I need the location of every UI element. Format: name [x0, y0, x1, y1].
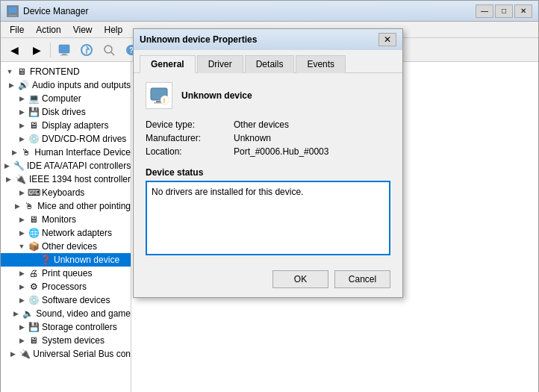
toolbar-properties[interactable] — [54, 40, 75, 60]
mice-label: Mice and other pointing — [37, 201, 131, 211]
ieee-expand: ▶ — [3, 173, 15, 185]
close-button[interactable]: ✕ — [514, 4, 532, 18]
dialog-footer: OK Cancel — [134, 264, 402, 297]
sound-icon: 🔈 — [22, 308, 34, 320]
tree-item-computer[interactable]: ▶ 💻 Computer — [1, 92, 131, 105]
hid-expand: ▶ — [8, 146, 20, 158]
dialog-close-button[interactable]: ✕ — [378, 33, 396, 46]
keyboards-label: Keyboards — [42, 187, 84, 198]
tree-item-storage[interactable]: ▶ 💾 Storage controllers — [1, 320, 131, 334]
usb-icon: 🔌 — [19, 348, 31, 360]
device-status-box[interactable]: No drivers are installed for this device… — [146, 181, 390, 255]
toolbar-update[interactable] — [76, 40, 97, 60]
ide-icon: 🔧 — [13, 160, 25, 172]
mice-icon: 🖱 — [23, 200, 35, 212]
device-status-label: Device status — [146, 167, 390, 178]
tree-item-disk[interactable]: ▶ 💾 Disk drives — [1, 105, 131, 119]
sidebar: ▼ 🖥 FRONTEND ▶ 🔊 Audio inputs and output… — [1, 62, 131, 392]
tree-item-other[interactable]: ▼ 📦 Other devices — [1, 240, 131, 253]
menu-file[interactable]: File — [4, 23, 30, 37]
hid-icon: 🖱 — [20, 146, 32, 158]
tree-item-monitors[interactable]: ▶ 🖥 Monitors — [1, 213, 131, 226]
dialog-title: Unknown device Properties — [140, 34, 378, 45]
processors-expand: ▶ — [16, 281, 28, 293]
unknown-device-icon: ❓ — [40, 254, 52, 266]
ide-label: IDE ATA/ATAPI controllers — [27, 161, 131, 171]
cancel-button[interactable]: Cancel — [334, 270, 390, 288]
keyboards-icon: ⌨ — [28, 187, 40, 199]
tab-events[interactable]: Events — [296, 55, 346, 73]
toolbar-scan[interactable] — [99, 40, 119, 60]
system-icon: 🖥 — [28, 335, 40, 346]
tab-driver[interactable]: Driver — [197, 55, 243, 73]
tree-item-processors[interactable]: ▶ ⚙ Processors — [1, 280, 131, 293]
minimize-button[interactable]: — — [476, 4, 493, 18]
svg-rect-2 — [9, 15, 16, 16]
maximize-button[interactable]: □ — [495, 4, 513, 18]
tab-general[interactable]: General — [140, 55, 196, 73]
device-type-label: Device type: — [146, 119, 228, 130]
disk-label: Disk drives — [42, 107, 86, 117]
ieee-label: IEEE 1394 host controller — [29, 174, 131, 184]
svg-rect-1 — [10, 14, 15, 16]
processors-icon: ⚙ — [28, 281, 40, 293]
tree-item-audio[interactable]: ▶ 🔊 Audio inputs and outputs — [1, 78, 131, 92]
sound-label: Sound, video and game — [36, 308, 131, 319]
svg-line-8 — [111, 52, 114, 55]
tree-item-usb[interactable]: ▶ 🔌 Universal Serial Bus con — [1, 347, 131, 361]
tree-item-dvd[interactable]: ▶ 💿 DVD/CD-ROM drives — [1, 132, 131, 146]
network-icon: 🌐 — [28, 227, 40, 239]
software-expand: ▶ — [16, 294, 28, 306]
tree-root[interactable]: ▼ 🖥 FRONTEND — [1, 65, 131, 78]
network-label: Network adapters — [42, 228, 112, 238]
app-icon — [7, 5, 19, 17]
tree-item-hid[interactable]: ▶ 🖱 Human Interface Device — [1, 146, 131, 159]
toolbar-back[interactable]: ◀ — [4, 40, 25, 60]
tree-item-mice[interactable]: ▶ 🖱 Mice and other pointing — [1, 199, 131, 213]
menu-view[interactable]: View — [67, 23, 99, 37]
display-expand: ▶ — [16, 119, 28, 131]
display-label: Display adapters — [42, 120, 108, 131]
tree-item-sound[interactable]: ▶ 🔈 Sound, video and game — [1, 307, 131, 320]
mice-expand: ▶ — [11, 200, 23, 212]
unknown-expand — [28, 254, 40, 266]
menu-help[interactable]: Help — [99, 23, 129, 37]
device-status-text: No drivers are installed for this device… — [152, 187, 303, 197]
audio-expand: ▶ — [6, 79, 18, 91]
tree-item-ieee[interactable]: ▶ 🔌 IEEE 1394 host controller — [1, 172, 131, 186]
toolbar-forward[interactable]: ▶ — [26, 40, 47, 60]
ok-button[interactable]: OK — [272, 270, 328, 288]
dialog-body: ! Unknown device Device type: Other devi… — [134, 73, 402, 264]
tree-item-display[interactable]: ▶ 🖥 Display adapters — [1, 119, 131, 132]
toolbar-separator-1 — [50, 43, 51, 57]
properties-dialog: Unknown device Properties ✕ General Driv… — [133, 28, 403, 298]
device-icon-box: ! — [146, 82, 172, 109]
tree-item-network[interactable]: ▶ 🌐 Network adapters — [1, 226, 131, 240]
ieee-icon: 🔌 — [15, 173, 27, 185]
computer-icon2: 💻 — [28, 93, 40, 105]
other-label: Other devices — [42, 241, 97, 252]
device-info-grid: Device type: Other devices Manufacturer:… — [146, 119, 390, 157]
tab-details[interactable]: Details — [245, 55, 295, 73]
svg-rect-0 — [8, 7, 17, 13]
audio-icon: 🔊 — [18, 79, 30, 91]
processors-label: Processors — [42, 281, 87, 292]
tree-item-unknown-device[interactable]: ❓ Unknown device — [1, 253, 131, 267]
tree-root-label: FRONTEND — [30, 66, 80, 77]
disk-expand: ▶ — [16, 106, 28, 118]
software-label: Software devices — [42, 295, 110, 305]
network-expand: ▶ — [16, 227, 28, 239]
other-expand: ▼ — [16, 240, 28, 252]
usb-label: Universal Serial Bus con — [33, 349, 131, 359]
tree-item-print[interactable]: ▶ 🖨 Print queues — [1, 267, 131, 280]
tree-item-system[interactable]: ▶ 🖥 System devices — [1, 334, 131, 347]
keyboards-expand: ▶ — [16, 187, 28, 199]
tree-item-keyboards[interactable]: ▶ ⌨ Keyboards — [1, 186, 131, 199]
tree-item-ide[interactable]: ▶ 🔧 IDE ATA/ATAPI controllers — [1, 159, 131, 172]
tree-item-software[interactable]: ▶ 💿 Software devices — [1, 293, 131, 307]
other-icon: 📦 — [28, 240, 40, 252]
menu-action[interactable]: Action — [30, 23, 66, 37]
dvd-icon: 💿 — [28, 133, 40, 145]
dvd-expand: ▶ — [16, 133, 28, 145]
monitors-expand: ▶ — [16, 214, 28, 225]
